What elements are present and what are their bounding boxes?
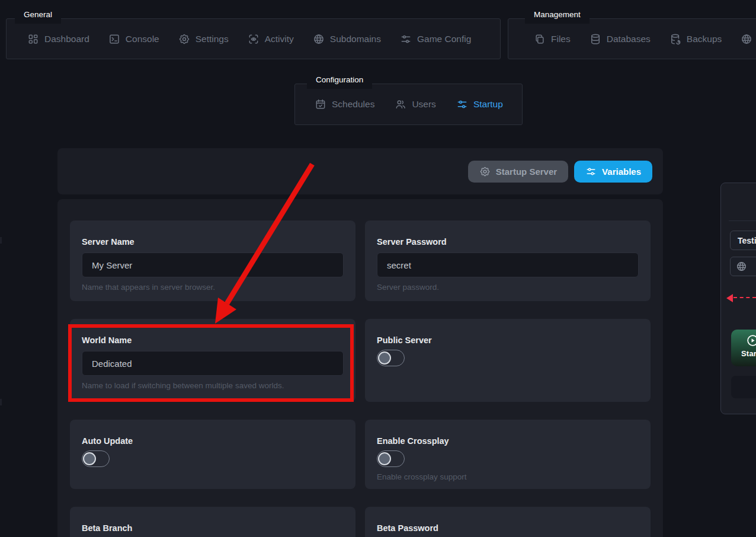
world-name-input[interactable] [82, 351, 344, 376]
card-server-name: Server Name Name that appears in server … [70, 220, 355, 301]
nav-item-label: Backups [687, 34, 722, 44]
nav-group-configuration: Configuration Schedules Users Startup [294, 84, 523, 125]
variables-panel: Server Name Name that appears in server … [57, 199, 663, 537]
start-button-label: Start [741, 349, 756, 358]
field-label: Server Name [82, 237, 344, 247]
tab-startup-active[interactable]: Startup [456, 98, 503, 110]
nav-item-activity[interactable]: Activity [248, 33, 294, 45]
nav-group-general-legend: General [15, 6, 61, 24]
dashboard-icon [27, 33, 39, 45]
server-name-chip[interactable]: Testing [730, 231, 756, 250]
startup-server-button[interactable]: Startup Server [468, 161, 568, 183]
nav-group-configuration-legend: Configuration [307, 71, 372, 89]
server-name-input[interactable] [82, 252, 344, 277]
server-name-chip-label: Testing [738, 236, 756, 245]
tab-label: Users [412, 99, 435, 110]
nav-item-subdomains[interactable]: Subdomains [313, 33, 381, 45]
nav-item-console[interactable]: Console [108, 33, 159, 45]
card-enable-crossplay: Enable Crossplay Enable crossplay suppor… [365, 420, 651, 489]
field-hint: Server password. [377, 283, 639, 292]
card-auto-update: Auto Update [70, 420, 355, 489]
field-label: Beta Branch [82, 523, 344, 533]
globe-icon [313, 33, 325, 45]
nav-item-settings[interactable]: Settings [178, 33, 229, 45]
sliders-icon [585, 166, 597, 177]
nav-item-label: Dashboard [44, 34, 89, 44]
card-beta-password: Beta Password [365, 507, 651, 537]
start-button[interactable]: Start [731, 330, 756, 366]
calendar-check-icon [315, 98, 326, 110]
auto-update-toggle[interactable] [82, 450, 110, 467]
annotation-dashed-arrowhead [726, 294, 733, 302]
backups-icon [669, 33, 681, 45]
toggle-knob [83, 452, 96, 465]
toggle-knob [378, 452, 391, 465]
nav-group-management: Management Files Databases Backups [508, 18, 756, 59]
tab-label: Schedules [332, 99, 374, 110]
secondary-action-button-partial[interactable] [731, 376, 756, 398]
tab-schedules[interactable]: Schedules [315, 98, 374, 110]
nav-item-game-config[interactable]: Game Config [400, 33, 471, 45]
field-label: Auto Update [82, 436, 344, 446]
public-server-toggle[interactable] [377, 350, 405, 366]
card-beta-branch: Beta Branch [70, 507, 355, 537]
nav-item-network-partial[interactable] [741, 33, 756, 45]
left-edge-card-fragment [0, 237, 2, 244]
gear-icon [178, 33, 190, 45]
sliders-icon [400, 33, 412, 45]
nav-group-management-legend: Management [525, 6, 590, 24]
toggle-knob [378, 351, 391, 365]
field-label: Server Password [377, 237, 639, 247]
startup-header-panel: Startup Server Variables [57, 148, 663, 194]
globe-icon [741, 33, 752, 45]
tab-users[interactable]: Users [395, 98, 435, 110]
nav-item-label: Game Config [417, 34, 471, 44]
card-world-name: World Name Name to load if switching bet… [70, 319, 355, 402]
nav-item-label: Files [551, 34, 571, 44]
users-icon [395, 98, 406, 110]
nav-item-label: Console [126, 34, 159, 44]
nav-configuration-row: Schedules Users Startup [295, 84, 522, 124]
card-server-password: Server Password Server password. [365, 220, 651, 301]
nav-item-label: Subdomains [330, 34, 381, 44]
nav-item-label: Settings [196, 34, 229, 44]
mode-button-row: Startup Server Variables [57, 148, 663, 194]
annotation-dashed-line [733, 297, 756, 298]
variables-button-label: Variables [602, 167, 641, 177]
field-hint: Name that appears in server browser. [82, 283, 344, 292]
nav-item-databases[interactable]: Databases [590, 33, 651, 45]
nav-group-general: General Dashboard Console Settings Activ… [6, 18, 501, 59]
activity-eye-icon [248, 33, 260, 45]
tab-label: Startup [473, 99, 503, 110]
field-label: World Name [82, 335, 344, 345]
nav-item-dashboard[interactable]: Dashboard [27, 33, 89, 45]
variables-button[interactable]: Variables [574, 161, 652, 183]
field-hint: Name to load if switching between multip… [82, 381, 344, 390]
enable-crossplay-toggle[interactable] [377, 450, 405, 467]
gear-icon [479, 166, 491, 177]
console-icon [108, 33, 120, 45]
field-label: Enable Crossplay [377, 436, 639, 446]
files-icon [534, 33, 546, 45]
database-icon [590, 33, 601, 45]
play-circle-icon [746, 334, 756, 347]
startup-server-button-label: Startup Server [496, 167, 557, 177]
sliders-icon [456, 98, 468, 110]
side-panel-divider [729, 220, 756, 221]
page: General Dashboard Console Settings Activ… [0, 0, 756, 537]
field-label: Beta Password [377, 523, 639, 533]
nav-general-row: Dashboard Console Settings Activity Subd… [7, 19, 500, 59]
left-edge-card-fragment [0, 399, 2, 405]
nav-item-backups[interactable]: Backups [669, 33, 722, 45]
globe-icon [736, 261, 747, 272]
field-label: Public Server [377, 335, 639, 345]
server-address-chip[interactable] [730, 257, 756, 276]
server-password-input[interactable] [377, 252, 639, 277]
nav-item-files[interactable]: Files [534, 33, 571, 45]
card-public-server: Public Server [365, 319, 651, 402]
nav-management-row: Files Databases Backups [508, 19, 756, 59]
nav-item-label: Activity [265, 34, 294, 44]
nav-item-label: Databases [607, 34, 651, 44]
field-hint: Enable crossplay support [377, 472, 639, 481]
